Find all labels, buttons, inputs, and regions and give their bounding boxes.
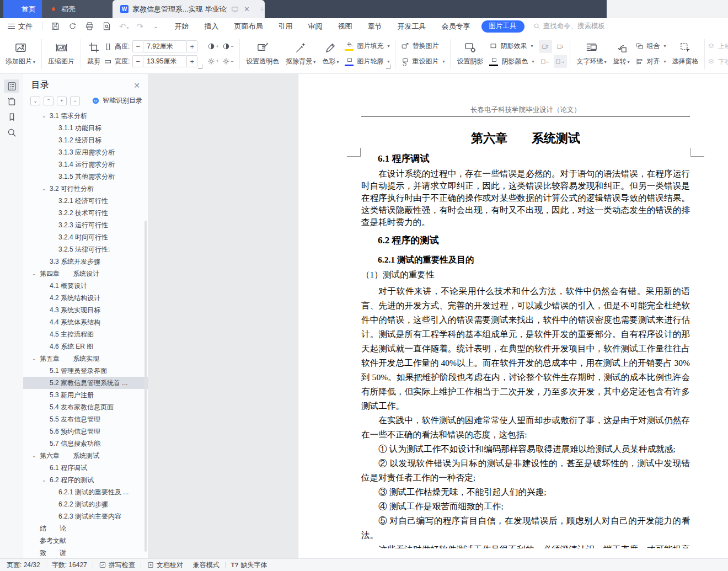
- toc-item[interactable]: 4.1 概要设计: [23, 280, 148, 292]
- toc-item[interactable]: 3.2.4 时间可行性: [23, 231, 148, 243]
- toc-item[interactable]: 4.5 主控流程图: [23, 328, 148, 340]
- toc-item[interactable]: ⌄6.2 程序的测试: [23, 474, 148, 486]
- clipboard-pane-button[interactable]: [4, 95, 19, 108]
- nudge-shadow-right-button[interactable]: □→: [554, 55, 567, 68]
- crop-button[interactable]: 裁剪: [84, 37, 104, 71]
- toc-item[interactable]: 4.4 系统体系结构: [23, 316, 148, 328]
- toc-item[interactable]: 6.2.2 测试的步骤: [23, 498, 148, 510]
- color-tone-button[interactable]: 色彩▾: [319, 37, 342, 71]
- picture-outline-button[interactable]: 图片轮廓▾: [342, 55, 392, 68]
- replace-picture-button[interactable]: 替换图片: [398, 39, 447, 53]
- spell-check-toggle[interactable]: 拼写检查: [99, 561, 135, 570]
- chevron-down-icon[interactable]: ⌄: [42, 477, 50, 483]
- toc-item[interactable]: 6.1 程序调试: [23, 462, 148, 474]
- toc-item[interactable]: 致 谢: [23, 547, 148, 558]
- print-icon[interactable]: [85, 22, 94, 31]
- toc-item[interactable]: 结 论: [23, 522, 148, 535]
- text-wrap-button[interactable]: 文字环绕▾: [573, 37, 609, 71]
- toc-item[interactable]: 5.2 家教信息管理系统首 ...: [23, 377, 148, 389]
- document-page[interactable]: 长春电子科技学院毕业设计（论文） 第六章 系统测试 6.1 程序调试 在设计系统…: [298, 74, 728, 558]
- menu-tab[interactable]: 会员专享: [442, 22, 470, 31]
- toc-item[interactable]: 6.2.1 测试的重要性及 ...: [23, 486, 148, 498]
- demote-button[interactable]: −: [70, 97, 80, 105]
- decrease-brightness-button[interactable]: −: [221, 55, 234, 68]
- group-button[interactable]: 组合▾: [633, 39, 668, 53]
- monitor-icon[interactable]: [231, 6, 239, 13]
- command-search[interactable]: 查找命令、搜索模板: [533, 22, 606, 31]
- toc-item[interactable]: 5.5 发布信息管理: [23, 413, 148, 425]
- shadow-effect-button[interactable]: 阴影效果▾: [486, 39, 537, 53]
- compress-picture-button[interactable]: 压缩图片: [45, 37, 78, 71]
- dialog-launcher-icon[interactable]: [198, 65, 202, 69]
- menu-tab[interactable]: 页面布局: [234, 22, 263, 31]
- menu-tab[interactable]: 视图: [338, 22, 352, 31]
- menu-tab[interactable]: 开始: [175, 22, 189, 31]
- toc-item[interactable]: 5.4 发布家教信息页面: [23, 401, 148, 413]
- width-value[interactable]: 13.95厘米: [143, 55, 186, 67]
- toc-item[interactable]: 4.6 系统 ER 图: [23, 340, 148, 353]
- toc-item[interactable]: 6.2.3 测试的主要内容: [23, 510, 148, 522]
- toc-item[interactable]: ⌄第四章 系统设计: [23, 268, 148, 280]
- chevron-down-icon[interactable]: ⌄: [42, 186, 50, 191]
- toc-item[interactable]: ⌄3.1 需求分析: [23, 110, 148, 122]
- toc-item[interactable]: 3.2.1 经济可行性: [23, 195, 148, 207]
- toc-item[interactable]: 参考文献: [23, 535, 148, 547]
- menu-tab[interactable]: 插入: [205, 22, 219, 31]
- document-canvas[interactable]: 长春电子科技学院毕业设计（论文） 第六章 系统测试 6.1 程序调试 在设计系统…: [148, 74, 728, 558]
- bookmark-pane-button[interactable]: [4, 110, 19, 124]
- chevron-down-icon[interactable]: ⌄: [32, 453, 40, 458]
- reset-picture-button[interactable]: 重设图片▾: [398, 55, 447, 68]
- compatibility-mode[interactable]: 兼容模式: [193, 561, 220, 570]
- file-menu-button[interactable]: 文件: [0, 22, 39, 31]
- rotate-button[interactable]: 旋转▾: [609, 37, 633, 71]
- save-icon[interactable]: [51, 22, 60, 31]
- height-decrease-button[interactable]: −: [132, 40, 143, 52]
- nudge-shadow-down-button[interactable]: □↓: [554, 40, 567, 53]
- nudge-shadow-left-button[interactable]: □←: [539, 55, 552, 68]
- align-button[interactable]: 对齐▾: [633, 55, 668, 68]
- toc-item[interactable]: ⌄3.2 可行性分析: [23, 183, 148, 195]
- set-transparent-color-button[interactable]: 设置透明色: [243, 37, 282, 71]
- toc-item[interactable]: 3.1.5 其他需求分析: [23, 170, 148, 183]
- close-panel-icon[interactable]: ✕: [133, 81, 140, 90]
- promote-button[interactable]: +: [57, 97, 67, 105]
- add-picture-button[interactable]: 添加图片▾: [2, 37, 39, 71]
- close-tab-icon[interactable]: ✕: [244, 5, 250, 13]
- increase-brightness-button[interactable]: +: [206, 55, 220, 68]
- toc-item[interactable]: 3.1.3 应用需求分析: [23, 146, 148, 158]
- undo-icon[interactable]: ↶▾: [119, 22, 129, 30]
- toc-item[interactable]: 5.3 新用户注册: [23, 389, 148, 401]
- search-pane-button[interactable]: [4, 126, 19, 139]
- picture-tools-tab[interactable]: 图片工具: [481, 20, 524, 33]
- move-down-button[interactable]: 下移▾: [704, 55, 728, 69]
- toc-item[interactable]: 4.3 系统实现目标: [23, 304, 148, 316]
- export-icon[interactable]: [68, 22, 77, 31]
- toc-scrollbar[interactable]: [144, 221, 147, 552]
- toc-item[interactable]: 3.1.2 经济目标: [23, 134, 148, 146]
- toc-item[interactable]: 3.3 系统开发步骤: [23, 255, 148, 268]
- outline-pane-button[interactable]: [4, 79, 19, 93]
- increase-contrast-button[interactable]: +: [206, 40, 220, 53]
- selection-pane-button[interactable]: 选择窗格: [668, 37, 702, 71]
- toc-item[interactable]: 3.2.2 技术可行性: [23, 207, 148, 219]
- dialog-launcher-icon[interactable]: [386, 65, 390, 69]
- width-decrease-button[interactable]: −: [132, 55, 143, 67]
- toc-item[interactable]: 3.1.1 功能目标: [23, 122, 148, 134]
- tab-docer[interactable]: 稻壳: [42, 0, 124, 18]
- expand-all-button[interactable]: ⌄: [30, 97, 40, 105]
- chevron-down-icon[interactable]: ⌄: [32, 271, 40, 276]
- toc-item[interactable]: ⌄第六章 系统测试: [23, 450, 148, 462]
- shadow-color-button[interactable]: 阴影颜色▾: [486, 55, 537, 68]
- word-count[interactable]: 字数: 16427: [52, 561, 87, 570]
- print-preview-icon[interactable]: [102, 22, 111, 31]
- remove-background-button[interactable]: 抠除背景▾: [282, 37, 319, 71]
- chevron-down-icon[interactable]: ⌄: [32, 356, 40, 361]
- new-tab-button[interactable]: +: [255, 0, 269, 18]
- menu-tab[interactable]: 引用: [279, 22, 293, 31]
- chevron-down-icon[interactable]: ⌄: [42, 113, 50, 119]
- collapse-all-button[interactable]: ⌃: [44, 97, 53, 105]
- customize-quickbar-icon[interactable]: ⌄: [153, 23, 158, 29]
- toc-item[interactable]: 3.2.3 运行可行性: [23, 219, 148, 231]
- menu-tab[interactable]: 审阅: [308, 22, 323, 31]
- toc-item[interactable]: 3.1.4 运行需求分析: [23, 158, 148, 170]
